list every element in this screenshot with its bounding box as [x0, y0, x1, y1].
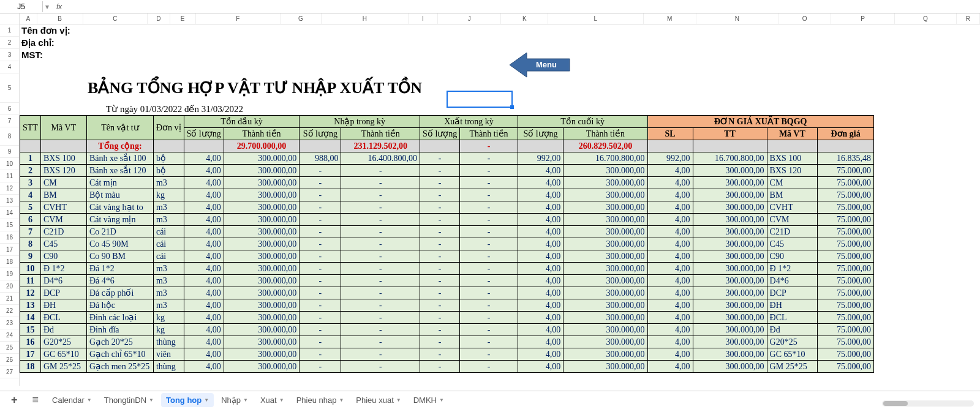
- table-cell[interactable]: 4,00: [518, 263, 563, 275]
- table-cell[interactable]: 4,00: [184, 263, 224, 275]
- table-cell[interactable]: 4,00: [184, 299, 224, 312]
- row-header[interactable]: 2: [0, 37, 19, 49]
- table-cell[interactable]: -: [460, 177, 518, 189]
- table-cell[interactable]: 300.000,00: [693, 214, 767, 226]
- table-cell[interactable]: C21D: [767, 226, 818, 238]
- table-cell[interactable]: 4,00: [647, 165, 693, 177]
- table-cell[interactable]: 75.000,00: [818, 238, 874, 250]
- table-cell[interactable]: 4,00: [518, 165, 563, 177]
- table-cell[interactable]: -: [420, 336, 460, 348]
- table-cell[interactable]: Co 90 BM: [86, 250, 153, 263]
- table-cell[interactable]: CVHT: [40, 201, 86, 214]
- table-cell[interactable]: D4*6: [767, 275, 818, 287]
- table-cell[interactable]: 300.000,00: [224, 275, 300, 287]
- table-cell[interactable]: 75.000,00: [818, 348, 874, 361]
- table-cell[interactable]: cái: [153, 238, 184, 250]
- table-cell[interactable]: 4,00: [647, 189, 693, 201]
- table-cell[interactable]: BM: [40, 189, 86, 201]
- table-cell[interactable]: bộ: [153, 165, 184, 177]
- table-cell[interactable]: 9: [20, 250, 41, 263]
- table-cell[interactable]: 75.000,00: [818, 177, 874, 189]
- table-cell[interactable]: Bánh xe sắt 120: [86, 165, 153, 177]
- table-cell[interactable]: 300.000,00: [564, 263, 647, 275]
- table-cell[interactable]: 75.000,00: [818, 275, 874, 287]
- table-cell[interactable]: 300.000,00: [224, 287, 300, 299]
- table-cell[interactable]: BM: [767, 189, 818, 201]
- table-cell[interactable]: 75.000,00: [818, 324, 874, 336]
- table-cell[interactable]: -: [300, 263, 341, 275]
- table-cell[interactable]: -: [341, 177, 420, 189]
- name-box-dropdown-icon[interactable]: ▾: [43, 2, 51, 11]
- table-cell[interactable]: -: [341, 336, 420, 348]
- table-cell[interactable]: 300.000,00: [693, 361, 767, 373]
- column-header[interactable]: L: [548, 13, 643, 24]
- table-cell[interactable]: 3: [20, 177, 41, 189]
- chevron-down-icon[interactable]: ▼: [279, 397, 284, 403]
- row-header[interactable]: 24: [0, 329, 19, 342]
- table-cell[interactable]: 300.000,00: [224, 165, 300, 177]
- table-cell[interactable]: 12: [20, 287, 41, 299]
- table-cell[interactable]: Cát vàng hạt to: [86, 201, 153, 214]
- row-header[interactable]: 21: [0, 293, 19, 305]
- table-cell[interactable]: 300.000,00: [693, 287, 767, 299]
- table-cell[interactable]: 300.000,00: [693, 165, 767, 177]
- table-cell[interactable]: 4,00: [184, 250, 224, 263]
- table-cell[interactable]: kg: [153, 312, 184, 324]
- table-row[interactable]: 11D4*6Đá 4*6m34,00300.000,00----4,00300.…: [20, 275, 874, 287]
- table-cell[interactable]: 300.000,00: [224, 189, 300, 201]
- table-row[interactable]: 12ĐCPĐá cấp phốim34,00300.000,00----4,00…: [20, 287, 874, 299]
- table-cell[interactable]: 4,00: [518, 201, 563, 214]
- table-cell[interactable]: 4,00: [184, 348, 224, 361]
- table-cell[interactable]: 300.000,00: [693, 275, 767, 287]
- table-cell[interactable]: 4,00: [518, 226, 563, 238]
- table-cell[interactable]: 300.000,00: [224, 201, 300, 214]
- table-cell[interactable]: -: [420, 275, 460, 287]
- table-cell[interactable]: 300.000,00: [224, 238, 300, 250]
- row-header[interactable]: 13: [0, 195, 19, 207]
- table-row[interactable]: 13ĐHĐá hộcm34,00300.000,00----4,00300.00…: [20, 299, 874, 312]
- table-cell[interactable]: -: [300, 250, 341, 263]
- table-cell[interactable]: -: [460, 361, 518, 373]
- column-header[interactable]: M: [644, 13, 696, 24]
- sheet-tab[interactable]: ThongtinDN▼: [99, 393, 159, 407]
- table-cell[interactable]: 300.000,00: [564, 348, 647, 361]
- table-cell[interactable]: CM: [40, 177, 86, 189]
- table-cell[interactable]: -: [300, 177, 341, 189]
- table-cell[interactable]: 300.000,00: [693, 189, 767, 201]
- table-row[interactable]: 18GM 25*25Gạch men 25*25thùng4,00300.000…: [20, 361, 874, 373]
- table-row[interactable]: 16G20*25Gạch 20*25thùng4,00300.000,00---…: [20, 336, 874, 348]
- row-header[interactable]: 18: [0, 256, 19, 268]
- sheet-tab[interactable]: DMKH▼: [409, 393, 449, 407]
- table-cell[interactable]: 17: [20, 348, 41, 361]
- row-header[interactable]: 1: [0, 24, 19, 37]
- table-cell[interactable]: -: [300, 324, 341, 336]
- table-cell[interactable]: 300.000,00: [693, 250, 767, 263]
- table-cell[interactable]: -: [341, 189, 420, 201]
- fx-icon[interactable]: fx: [51, 2, 67, 11]
- table-cell[interactable]: -: [341, 275, 420, 287]
- table-cell[interactable]: 4,00: [647, 226, 693, 238]
- table-cell[interactable]: D4*6: [40, 275, 86, 287]
- table-cell[interactable]: 4,00: [647, 250, 693, 263]
- table-cell[interactable]: kg: [153, 324, 184, 336]
- column-header[interactable]: A: [20, 13, 37, 24]
- table-cell[interactable]: 300.000,00: [564, 361, 647, 373]
- table-cell[interactable]: -: [460, 312, 518, 324]
- column-header[interactable]: Q: [895, 13, 957, 24]
- table-cell[interactable]: 4,00: [184, 189, 224, 201]
- sheet-tab[interactable]: Tong hop▼: [161, 393, 214, 407]
- table-cell[interactable]: 300.000,00: [564, 165, 647, 177]
- column-header[interactable]: P: [831, 13, 895, 24]
- row-header[interactable]: 10: [0, 158, 19, 170]
- chevron-down-icon[interactable]: ▼: [339, 397, 344, 403]
- table-cell[interactable]: 16.835,48: [818, 152, 874, 165]
- table-cell[interactable]: -: [341, 361, 420, 373]
- table-cell[interactable]: -: [460, 152, 518, 165]
- table-cell[interactable]: CM: [767, 177, 818, 189]
- table-cell[interactable]: 75.000,00: [818, 250, 874, 263]
- table-cell[interactable]: GM 25*25: [40, 361, 86, 373]
- table-row[interactable]: 3CMCát mịnm34,00300.000,00----4,00300.00…: [20, 177, 874, 189]
- table-cell[interactable]: -: [420, 189, 460, 201]
- table-cell[interactable]: 18: [20, 361, 41, 373]
- table-cell[interactable]: 4,00: [518, 361, 563, 373]
